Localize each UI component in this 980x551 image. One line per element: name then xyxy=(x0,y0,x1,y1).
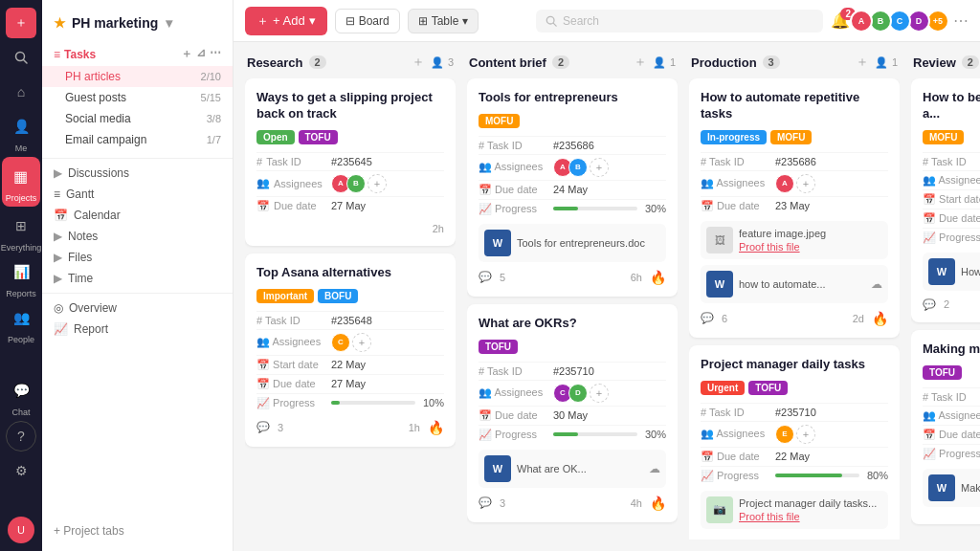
card-cb2[interactable]: What are OKRs? TOFU # Task ID #235710 👥 … xyxy=(467,304,678,522)
notes-item[interactable]: ▶ Notes xyxy=(42,226,233,247)
divider xyxy=(42,158,233,159)
card-title: How to automate repetitive tasks xyxy=(701,90,888,122)
user-avatar[interactable]: U xyxy=(8,517,34,543)
filter-icon[interactable]: ⊿ xyxy=(196,46,206,62)
home-icon-btn[interactable]: ⌂ xyxy=(6,77,36,107)
card-title: Top Asana alternatives xyxy=(256,265,444,281)
card-cb1[interactable]: Tools for entrepreneurs MOFU # Task ID #… xyxy=(467,78,678,297)
assignees-field: 👥 Assignees A + xyxy=(701,170,888,196)
card-r2[interactable]: Top Asana alternatives Important BOFU # … xyxy=(245,253,456,447)
everything-icon: ⊞ xyxy=(6,210,36,241)
add-assignee-btn[interactable]: + xyxy=(352,333,371,352)
nav-item-ph-articles[interactable]: PH articles 2/10 xyxy=(42,66,233,87)
progress-value: 10% xyxy=(423,397,444,408)
add-card-icon[interactable]: ＋ xyxy=(856,54,869,71)
card-p1[interactable]: How to automate repetitive tasks In-prog… xyxy=(689,78,900,338)
search-bar[interactable]: Search xyxy=(536,10,823,33)
overview-item[interactable]: ◎ Overview xyxy=(42,298,233,319)
add-assignee-btn[interactable]: + xyxy=(590,384,609,403)
fire-icon: 🔥 xyxy=(650,496,666,511)
card-tags: Urgent TOFU xyxy=(701,381,888,395)
due-date-field: 📅 Due date 23 May xyxy=(701,196,888,215)
task-id-field: # Task ID #235686 xyxy=(479,136,666,154)
review-header: Review 2 ＋ xyxy=(911,54,980,71)
nav-item-social-media[interactable]: Social media 3/8 xyxy=(42,108,233,129)
assignees-field: 👥 Assignees C D + xyxy=(479,380,666,406)
card-file-rv[interactable]: W How to... xyxy=(923,253,980,291)
more-icon[interactable]: ⋯ xyxy=(210,46,221,62)
main-content: ＋ + Add ▾ ⊟ Board ⊞ Table ▾ Search 🔔 2 A… xyxy=(234,0,980,551)
search-placeholder: Search xyxy=(563,14,599,28)
me-label: Me xyxy=(15,143,28,153)
people-nav[interactable]: 👥 People xyxy=(6,302,36,344)
time-item[interactable]: ▶ Time xyxy=(42,268,233,289)
plus-button[interactable]: ＋ xyxy=(6,8,36,38)
overview-icon: ◎ xyxy=(54,301,63,315)
hash-icon: # xyxy=(256,156,262,167)
table-view-button[interactable]: ⊞ Table ▾ xyxy=(408,9,479,33)
add-assignee-btn[interactable]: + xyxy=(368,174,387,193)
card-rv2[interactable]: Making mistake... TOFU # Task ID 👥 Assig… xyxy=(911,330,980,524)
report-item[interactable]: 📈 Report xyxy=(42,319,233,340)
tasks-header[interactable]: ≡ Tasks ＋ ⊿ ⋯ xyxy=(42,42,233,66)
board-view-button[interactable]: ⊟ Board xyxy=(335,9,400,33)
proof-file-link[interactable]: Proof this file xyxy=(739,241,826,253)
gantt-item[interactable]: ≡ Gantt xyxy=(42,184,233,205)
cloud-icon: ☁ xyxy=(649,462,660,475)
add-tab-label: + Project tabs xyxy=(54,524,124,538)
add-card-icon[interactable]: ＋ xyxy=(634,54,647,71)
add-assignee-btn[interactable]: + xyxy=(796,174,815,193)
add-assignee-btn[interactable]: + xyxy=(796,425,815,444)
nav-item-email-campaign[interactable]: Email campaign 1/7 xyxy=(42,129,233,150)
comment-count: 6 xyxy=(722,313,727,324)
notifications[interactable]: 🔔 2 xyxy=(831,11,850,30)
progress-bar-fill xyxy=(553,207,578,210)
card-rv1[interactable]: How to better h... deadlines as a... MOF… xyxy=(911,78,980,322)
progress-bar-fill xyxy=(775,474,842,477)
card-tags: Important BOFU xyxy=(256,289,444,303)
top-bar-right: 🔔 2 A B C D +5 ⋯ xyxy=(831,10,969,33)
add-button[interactable]: ＋ + Add ▾ xyxy=(245,7,327,35)
help-icon-btn[interactable]: ? xyxy=(6,421,36,452)
chat-nav[interactable]: 💬 Chat xyxy=(6,375,36,417)
notes-label: Notes xyxy=(68,230,98,243)
card-r1[interactable]: Ways to get a slipping project back on t… xyxy=(245,78,456,246)
me-nav[interactable]: 👤 Me xyxy=(6,111,36,153)
more-options-icon[interactable]: ⋯ xyxy=(953,11,969,30)
card-file-pm[interactable]: 📷 Project manager daily tasks... Proof t… xyxy=(701,491,888,529)
card-file-img[interactable]: 🖼 feature image.jpeg Proof this file xyxy=(701,221,888,259)
card-file-2[interactable]: W how to automate... ☁ xyxy=(701,265,888,303)
tag-bofu: BOFU xyxy=(318,289,358,303)
settings-icon-btn[interactable]: ⚙ xyxy=(6,455,36,486)
reports-nav[interactable]: 📊 Reports xyxy=(6,256,36,298)
card-file[interactable]: W What are OK... ☁ xyxy=(479,450,666,488)
card-file-rv2[interactable]: W Making... xyxy=(923,469,980,507)
add-task-icon[interactable]: ＋ xyxy=(181,46,192,62)
time-chevron: ▶ xyxy=(54,272,62,285)
task-id-field: # Task ID xyxy=(923,387,980,406)
content-brief-user-count: 👤 1 xyxy=(653,54,676,71)
add-card-icon[interactable]: ＋ xyxy=(412,54,425,71)
progress-field: 📈 Progress 80% xyxy=(701,466,888,485)
proof-file-link-2[interactable]: Proof this file xyxy=(739,511,877,522)
card-file[interactable]: W Tools for entrepreneurs.doc xyxy=(479,224,666,262)
nav-item-guest-posts[interactable]: Guest posts 5/15 xyxy=(42,87,233,108)
svg-line-1 xyxy=(24,60,28,64)
progress-field: 📈 Progress 10% xyxy=(256,393,444,412)
start-date-field: 📅 Start date xyxy=(923,189,980,209)
board-label: Board xyxy=(359,14,390,28)
search-icon-btn[interactable] xyxy=(6,42,36,73)
card-p2[interactable]: Project manager daily tasks Urgent TOFU … xyxy=(689,345,900,540)
assignee-avatars: E + xyxy=(775,425,815,444)
everything-nav[interactable]: ⊞ Everything xyxy=(1,210,42,253)
add-project-tab[interactable]: + Project tabs xyxy=(42,518,233,543)
nav-item-count: 1/7 xyxy=(207,134,221,145)
project-header[interactable]: ★ PH marketing ▾ xyxy=(42,8,233,38)
due-date-field: 📅 Due date 24 May xyxy=(479,180,666,199)
discussions-item[interactable]: ▶ Discussions xyxy=(42,163,233,184)
calendar-item[interactable]: 📅 Calendar xyxy=(42,205,233,226)
fire-icon: 🔥 xyxy=(428,420,444,435)
files-item[interactable]: ▶ Files xyxy=(42,247,233,268)
projects-nav[interactable]: ▦ Projects xyxy=(2,157,41,207)
add-assignee-btn[interactable]: + xyxy=(590,158,609,177)
